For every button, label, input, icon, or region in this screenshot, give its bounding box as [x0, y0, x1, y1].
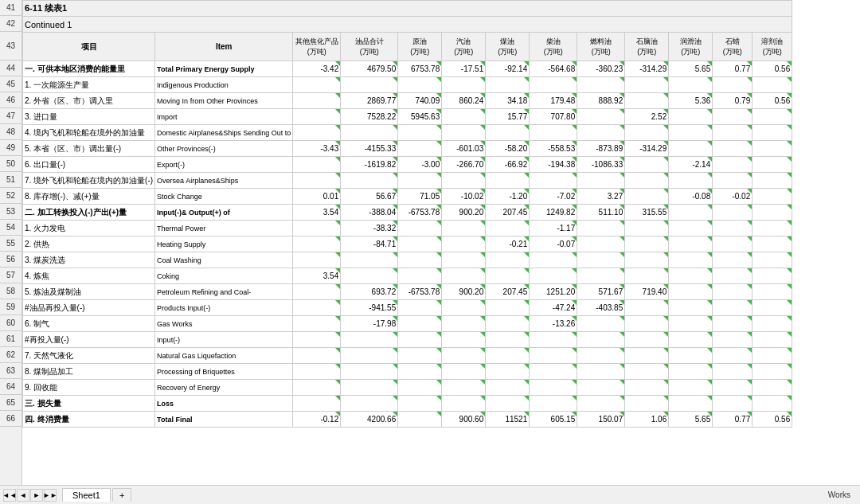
item-cn-44: 一. 可供本地区消费的能量里 [23, 61, 155, 77]
table-row: #再投入量(-) Input(-) [23, 332, 792, 348]
col-header-1: 其他焦化产品(万吨) [293, 33, 341, 61]
nav-last[interactable]: ►► [44, 489, 57, 502]
table-row: 3. 煤炭洗选 Coal Washing [23, 252, 792, 268]
title-cell: 6-11 续表1 [23, 1, 792, 17]
table-row: 6. 制气 Gas Works -17.98 -13.26 [23, 316, 792, 332]
item-cn-46: 2. 外省（区、市）调入里 [23, 93, 155, 109]
continued-cell: Continued 1 [23, 17, 792, 33]
item-en-61: Input(-) [155, 332, 293, 348]
table-row: 6-11 续表1 [23, 1, 792, 17]
col-header-7: 燃料油(万吨) [577, 33, 625, 61]
item-cn-59: #油品再投入量(-) [23, 300, 155, 316]
col-header-6: 柴油(万吨) [530, 33, 577, 61]
table-row: #油品再投入量(-) Products Input(-) -941.55 -47… [23, 300, 792, 316]
col-header-item-en: Item [155, 33, 293, 61]
data-44-5: -92.14 [486, 61, 530, 77]
bottom-bar: ◄◄ ◄ ► ►► Sheet1 + Works [0, 485, 860, 504]
item-en-45: Indigenous Production [155, 77, 293, 93]
item-en-49: Other Provinces(-) [155, 141, 293, 157]
data-44-4: -17.51 [442, 61, 486, 77]
item-en-64: Recovery of Energy [155, 380, 293, 396]
nav-next[interactable]: ► [30, 489, 43, 502]
table-scroll[interactable]: 6-11 续表1 Continued 1 项目 Item 其他焦化产品(万吨) … [22, 0, 860, 485]
spreadsheet: 41 42 43 44 45 46 47 48 49 50 51 52 53 5… [0, 0, 860, 504]
table-row: 2. 外省（区、市）调入里 Moving In from Other Provi… [23, 93, 792, 109]
item-en-66: Total Final [155, 412, 293, 428]
table-row: 9. 回收能 Recovery of Energy [23, 380, 792, 396]
item-cn-55: 2. 供热 [23, 236, 155, 252]
col-header-item-cn: 项目 [23, 33, 155, 61]
table-row: 4. 炼焦 Coking 3.54 [23, 268, 792, 284]
data-44-3: 6753.78 [398, 61, 442, 77]
data-44-11: 0.56 [752, 61, 792, 77]
table-row: 2. 供热 Heating Supply -84.71 -0.21 -0.07 [23, 236, 792, 252]
data-44-1: -3.42 [293, 61, 341, 77]
item-en-54: Thermal Power [155, 221, 293, 236]
data-44-2: 4679.50 [341, 61, 398, 77]
col-header-11: 溶剂油(万吨) [752, 33, 792, 61]
table-row: 5. 炼油及煤制油 Petroleum Refining and Coal- 6… [23, 284, 792, 300]
item-en-48: Domestic Airplanes&Ships Sending Out to [155, 125, 293, 141]
table-row: 一. 可供本地区消费的能量里 Total Primary Energy Supp… [23, 61, 792, 77]
col-header-8: 石脑油(万吨) [625, 33, 669, 61]
data-44-9: 5.65 [669, 61, 713, 77]
item-cn-57: 4. 炼焦 [23, 268, 155, 284]
item-en-52: Stock Change [155, 189, 293, 205]
item-cn-60: 6. 制气 [23, 316, 155, 332]
col-header-10: 石蜡(万吨) [713, 33, 752, 61]
item-en-56: Coal Washing [155, 252, 293, 268]
data-44-10: 0.77 [713, 61, 752, 77]
item-cn-58: 5. 炼油及煤制油 [23, 284, 155, 300]
table-row: 1. 一次能源生产量 Indigenous Production [23, 77, 792, 93]
col-header-3: 原油(万吨) [398, 33, 442, 61]
col-header-2: 油品合计(万吨) [341, 33, 398, 61]
table-row: 3. 进口量 Import 7528.22 5945.63 15.77 707.… [23, 109, 792, 125]
table-row: 4. 境内飞机和轮船在境外的加油量 Domestic Airplanes&Shi… [23, 125, 792, 141]
table-row: 5. 本省（区、市）调出量(-) Other Provinces(-) -3.4… [23, 141, 792, 157]
table-row: 6. 出口量(-) Export(-) -1619.82 -3.00 -266.… [23, 157, 792, 173]
item-cn-47: 3. 进口量 [23, 109, 155, 125]
nav-first[interactable]: ◄◄ [3, 489, 16, 502]
header-row: 项目 Item 其他焦化产品(万吨) 油品合计(万吨) 原油(万吨) 汽油(万吨… [23, 33, 792, 61]
item-en-63: Processing of Briquettes [155, 364, 293, 380]
item-en-58: Petroleum Refining and Coal- [155, 284, 293, 300]
item-cn-65: 三. 损失量 [23, 396, 155, 412]
item-cn-63: 8. 煤制品加工 [23, 364, 155, 380]
table-row: 8. 库存增(-)、减(+)量 Stock Change 0.01 56.67 … [23, 189, 792, 205]
table-row: 7. 境外飞机和轮船在境内的加油量(-) Oversea Airplanes&S… [23, 173, 792, 189]
nav-prev[interactable]: ◄ [17, 489, 29, 502]
data-44-7: -360.23 [577, 61, 625, 77]
row-numbers: 41 42 43 44 45 46 47 48 49 50 51 52 53 5… [0, 0, 22, 485]
item-cn-61: #再投入量(-) [23, 332, 155, 348]
item-cn-49: 5. 本省（区、市）调出量(-) [23, 141, 155, 157]
main-area: 41 42 43 44 45 46 47 48 49 50 51 52 53 5… [0, 0, 860, 485]
item-cn-62: 7. 天然气液化 [23, 348, 155, 364]
table-row: 二. 加工转换投入(-)产出(+)量 Input(-)& Output(+) o… [23, 205, 792, 221]
sheet-tab-1[interactable]: Sheet1 [62, 488, 111, 502]
item-en-60: Gas Works [155, 316, 293, 332]
add-sheet-button[interactable]: + [112, 488, 131, 502]
item-cn-64: 9. 回收能 [23, 380, 155, 396]
item-cn-51: 7. 境外飞机和轮船在境内的加油量(-) [23, 173, 155, 189]
item-en-62: Natural Gas Liquefaction [155, 348, 293, 364]
item-cn-66: 四. 终消费量 [23, 412, 155, 428]
table-row: 1. 火力发电 Thermal Power -38.32 -1.17 [23, 221, 792, 236]
status-text: Works [828, 490, 850, 499]
item-en-44: Total Primary Energy Supply [155, 61, 293, 77]
item-en-53: Input(-)& Output(+) of [155, 205, 293, 221]
item-en-51: Oversea Airplanes&Ships [155, 173, 293, 189]
col-header-4: 汽油(万吨) [442, 33, 486, 61]
table-row: Continued 1 [23, 17, 792, 33]
sheet-nav: ◄◄ ◄ ► ►► [3, 489, 57, 502]
table-row: 三. 损失量 Loss [23, 396, 792, 412]
table-row: 8. 煤制品加工 Processing of Briquettes [23, 364, 792, 380]
data-44-6: -564.68 [530, 61, 577, 77]
data-44-8: -314.29 [625, 61, 669, 77]
col-header-row: 43 [0, 32, 22, 61]
item-cn-53: 二. 加工转换投入(-)产出(+)量 [23, 205, 155, 221]
item-en-57: Coking [155, 268, 293, 284]
item-en-59: Products Input(-) [155, 300, 293, 316]
item-cn-52: 8. 库存增(-)、减(+)量 [23, 189, 155, 205]
item-cn-54: 1. 火力发电 [23, 221, 155, 236]
table-row: 四. 终消费量 Total Final -0.12 4200.66 900.60… [23, 412, 792, 428]
